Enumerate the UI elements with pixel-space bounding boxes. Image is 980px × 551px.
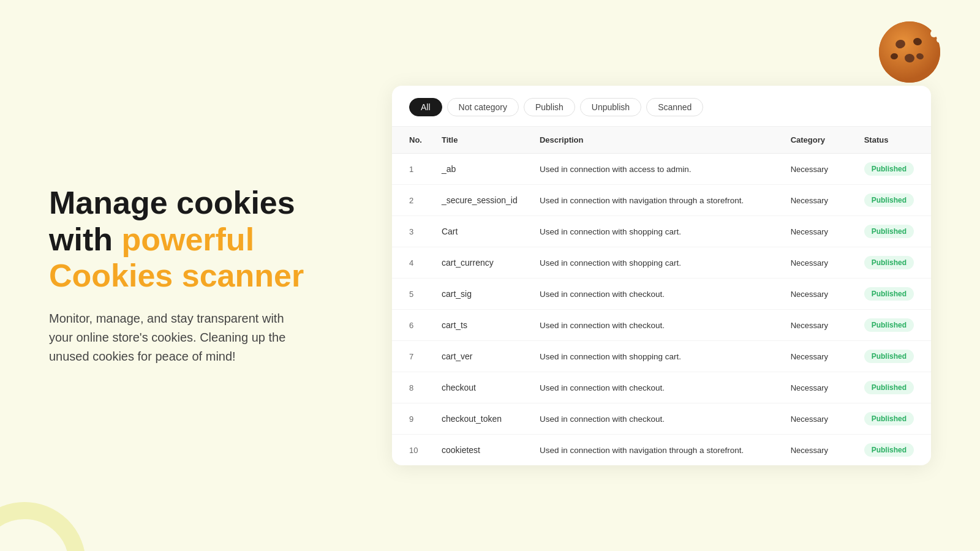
cell-category: Necessary (781, 372, 854, 403)
table-row: 10cookietestUsed in connection with navi… (392, 435, 931, 466)
subtext: Monitor, manage, and stay transparent wi… (49, 309, 294, 366)
main-headline: Manage cookies with powerful Cookies sca… (49, 185, 343, 294)
cell-no: 6 (392, 310, 432, 341)
cell-description: Used in connection with navigation throu… (530, 185, 781, 216)
col-title: Title (432, 127, 530, 154)
left-panel: Manage cookies with powerful Cookies sca… (49, 185, 343, 366)
cell-description: Used in connection with checkout. (530, 403, 781, 435)
cookies-table: No. Title Description Category Status 1_… (392, 127, 931, 465)
cookie-icon (876, 18, 943, 86)
cell-title: cart_currency (432, 247, 530, 279)
table-header-row: No. Title Description Category Status (392, 127, 931, 154)
status-badge: Published (864, 350, 914, 363)
cell-description: Used in connection with checkout. (530, 372, 781, 403)
cell-category: Necessary (781, 310, 854, 341)
cell-description: Used in connection with navigation throu… (530, 435, 781, 466)
status-badge: Published (864, 381, 914, 394)
table-row: 5cart_sigUsed in connection with checkou… (392, 279, 931, 310)
table-card: AllNot categoryPublishUnpublishScanned N… (392, 86, 931, 465)
cell-description: Used in connection with checkout. (530, 279, 781, 310)
cell-category: Necessary (781, 435, 854, 466)
status-badge: Published (864, 162, 914, 176)
headline-line1: Manage cookies (49, 185, 295, 220)
headline-powerful: powerful (121, 222, 254, 257)
cell-description: Used in connection with shopping cart. (530, 247, 781, 279)
cell-no: 2 (392, 185, 432, 216)
cell-title: _secure_session_id (432, 185, 530, 216)
status-badge: Published (864, 318, 914, 332)
cell-category: Necessary (781, 403, 854, 435)
filter-btn-unpublish[interactable]: Unpublish (580, 98, 641, 116)
cell-status: Published (854, 185, 931, 216)
filter-btn-scanned[interactable]: Scanned (646, 98, 703, 116)
col-no: No. (392, 127, 432, 154)
cell-description: Used in connection with shopping cart. (530, 216, 781, 247)
cell-title: cookietest (432, 435, 530, 466)
cell-title: checkout (432, 372, 530, 403)
cell-category: Necessary (781, 185, 854, 216)
svg-point-7 (930, 30, 938, 37)
cell-category: Necessary (781, 279, 854, 310)
cell-title: cart_ver (432, 341, 530, 372)
cell-title: cart_sig (432, 279, 530, 310)
cell-category: Necessary (781, 154, 854, 185)
cell-no: 4 (392, 247, 432, 279)
cell-title: cart_ts (432, 310, 530, 341)
cell-description: Used in connection with shopping cart. (530, 341, 781, 372)
cell-category: Necessary (781, 216, 854, 247)
cell-title: checkout_token (432, 403, 530, 435)
cell-no: 3 (392, 216, 432, 247)
cell-status: Published (854, 372, 931, 403)
cell-status: Published (854, 435, 931, 466)
cell-category: Necessary (781, 247, 854, 279)
table-row: 2_secure_session_idUsed in connection wi… (392, 185, 931, 216)
cell-no: 5 (392, 279, 432, 310)
cell-no: 10 (392, 435, 432, 466)
table-row: 6cart_tsUsed in connection with checkout… (392, 310, 931, 341)
table-row: 7cart_verUsed in connection with shoppin… (392, 341, 931, 372)
cell-category: Necessary (781, 341, 854, 372)
table-row: 4cart_currencyUsed in connection with sh… (392, 247, 931, 279)
headline-scanner: Cookies scanner (49, 258, 304, 293)
status-badge: Published (864, 256, 914, 269)
cell-status: Published (854, 247, 931, 279)
filter-btn-publish[interactable]: Publish (524, 98, 575, 116)
headline-with: with (49, 222, 121, 257)
cell-no: 7 (392, 341, 432, 372)
cell-status: Published (854, 310, 931, 341)
table-row: 8checkoutUsed in connection with checkou… (392, 372, 931, 403)
cell-no: 1 (392, 154, 432, 185)
cell-description: Used in connection with access to admin. (530, 154, 781, 185)
table-row: 1_abUsed in connection with access to ad… (392, 154, 931, 185)
deco-circle (0, 502, 86, 551)
cell-status: Published (854, 403, 931, 435)
filter-btn-not-category[interactable]: Not category (447, 98, 519, 116)
cell-status: Published (854, 154, 931, 185)
cell-status: Published (854, 279, 931, 310)
status-badge: Published (864, 412, 914, 425)
col-description: Description (530, 127, 781, 154)
col-status: Status (854, 127, 931, 154)
svg-point-8 (937, 37, 943, 43)
cell-title: Cart (432, 216, 530, 247)
col-category: Category (781, 127, 854, 154)
filter-bar: AllNot categoryPublishUnpublishScanned (392, 86, 931, 127)
cell-title: _ab (432, 154, 530, 185)
cell-no: 8 (392, 372, 432, 403)
status-badge: Published (864, 193, 914, 207)
cell-description: Used in connection with checkout. (530, 310, 781, 341)
cell-status: Published (854, 216, 931, 247)
status-badge: Published (864, 287, 914, 301)
table-row: 3CartUsed in connection with shopping ca… (392, 216, 931, 247)
status-badge: Published (864, 443, 914, 457)
status-badge: Published (864, 225, 914, 238)
table-row: 9checkout_tokenUsed in connection with c… (392, 403, 931, 435)
filter-btn-all[interactable]: All (409, 98, 442, 116)
cell-no: 9 (392, 403, 432, 435)
page-container: Manage cookies with powerful Cookies sca… (0, 0, 980, 551)
cell-status: Published (854, 341, 931, 372)
